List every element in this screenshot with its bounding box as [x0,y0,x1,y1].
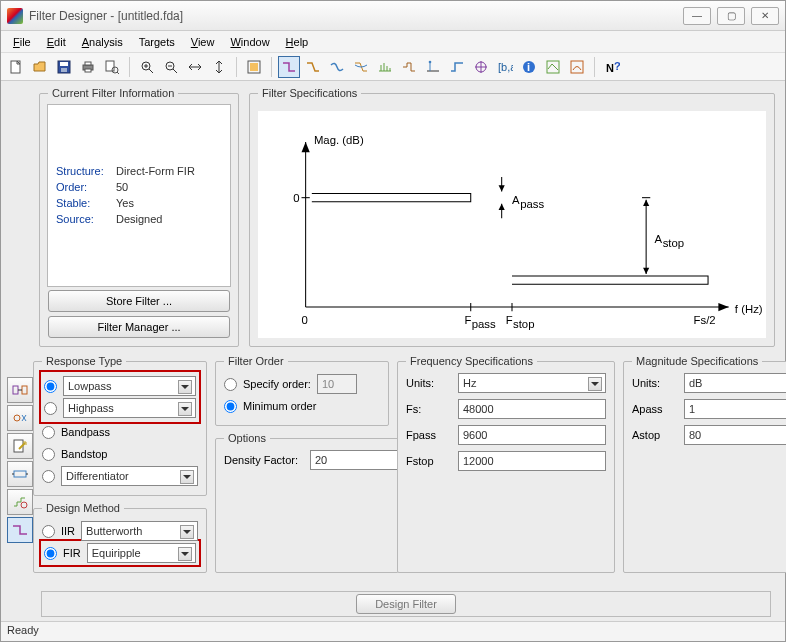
menu-edit[interactable]: Edit [41,34,72,50]
magnitude-spec-legend: Magnitude Specifications [632,355,762,367]
astop-input[interactable] [684,425,786,445]
freq-units-select[interactable]: Hz [458,373,606,393]
svg-line-9 [117,72,119,74]
save-icon[interactable] [53,56,75,78]
highpass-select[interactable]: Highpass [63,398,196,418]
design-method-panel: Design Method IIRButterworth FIREquiripp… [33,502,207,573]
svg-text:pass: pass [520,198,544,210]
print-icon[interactable] [77,56,99,78]
options-legend: Options [224,432,270,444]
differentiator-select[interactable]: Differentiator [61,466,198,486]
svg-text:f (Hz): f (Hz) [735,303,763,315]
print-preview-icon[interactable] [101,56,123,78]
side-design-icon[interactable] [7,517,33,543]
apass-input[interactable] [684,399,786,419]
menu-analysis[interactable]: Analysis [76,34,129,50]
bandstop-label: Bandstop [61,448,107,460]
design-filter-button[interactable]: Design Filter [356,594,456,614]
menu-help[interactable]: Help [280,34,315,50]
fstop-input[interactable] [458,451,606,471]
svg-rect-3 [61,68,67,72]
fir-label: FIR [63,547,81,559]
side-polezero-icon[interactable] [7,405,33,431]
filter-spec-panel: Filter Specifications Mag. (dB) 0 Fpass [249,87,775,347]
density-factor-label: Density Factor: [224,454,304,466]
svg-text:i: i [527,61,530,73]
svg-rect-30 [547,61,559,73]
round-off-icon[interactable] [566,56,588,78]
menu-targets[interactable]: Targets [133,34,181,50]
filter-order-panel: Filter Order Specify order: Minimum orde… [215,355,389,426]
svg-text:pass: pass [472,318,496,330]
svg-text:stop: stop [513,318,534,330]
phase-response-icon[interactable] [326,56,348,78]
mag-response-icon[interactable] [302,56,324,78]
bandpass-radio[interactable] [42,426,55,439]
filter-order-legend: Filter Order [224,355,288,367]
help-icon[interactable]: N? [601,56,623,78]
magnitude-spec-panel: Magnitude Specifications Units:dB Apass … [623,355,786,573]
group-delay-icon[interactable] [374,56,396,78]
svg-text:0: 0 [302,314,308,326]
side-multirate-icon[interactable] [7,461,33,487]
menu-view[interactable]: View [185,34,221,50]
svg-rect-2 [60,62,68,66]
iir-radio[interactable] [42,525,55,538]
freq-units-label: Units: [406,377,452,389]
step-response-icon[interactable] [446,56,468,78]
minimize-button[interactable]: — [683,7,711,25]
svg-text:F: F [465,314,472,326]
zoom-y-icon[interactable] [208,56,230,78]
impulse-response-icon[interactable] [422,56,444,78]
magnitude-estimate-icon[interactable] [542,56,564,78]
new-icon[interactable] [5,56,27,78]
menu-file[interactable]: File [7,34,37,50]
specify-order-radio[interactable] [224,378,237,391]
fir-radio[interactable] [44,547,57,560]
svg-text:?: ? [614,60,620,72]
fir-select[interactable]: Equiripple [87,543,196,563]
bandpass-label: Bandpass [61,426,110,438]
iir-select[interactable]: Butterworth [81,521,198,541]
side-realize-icon[interactable] [7,377,33,403]
svg-point-23 [429,60,432,63]
phase-delay-icon[interactable] [398,56,420,78]
menu-window[interactable]: Window [224,34,275,50]
side-quantize-icon[interactable] [7,489,33,515]
svg-text:F: F [506,314,513,326]
lowpass-radio[interactable] [44,380,57,393]
frequency-spec-panel: Frequency Specifications Units:Hz Fs: Fp… [397,355,615,573]
maximize-button[interactable]: ▢ [717,7,745,25]
svg-line-11 [149,69,153,73]
mag-phase-icon[interactable] [350,56,372,78]
fs-input[interactable] [458,399,606,419]
zoom-in-icon[interactable] [136,56,158,78]
polezero-icon[interactable] [470,56,492,78]
order-value: 50 [116,181,128,193]
design-method-legend: Design Method [42,502,124,514]
svg-text:Mag. (dB): Mag. (dB) [314,134,364,146]
info-icon[interactable]: i [518,56,540,78]
close-button[interactable]: ✕ [751,7,779,25]
side-import-icon[interactable] [7,433,33,459]
full-view-icon[interactable] [243,56,265,78]
structure-value: Direct-Form FIR [116,165,195,177]
store-filter-button[interactable]: Store Filter ... [48,290,230,312]
lowpass-select[interactable]: Lowpass [63,376,196,396]
svg-text:A: A [512,194,520,206]
stable-value: Yes [116,197,134,209]
highpass-radio[interactable] [44,402,57,415]
toolbar: [b,a] i N? [1,53,785,81]
differentiator-radio[interactable] [42,470,55,483]
open-icon[interactable] [29,56,51,78]
zoom-out-icon[interactable] [160,56,182,78]
bandstop-radio[interactable] [42,448,55,461]
svg-rect-6 [85,69,91,72]
filter-spec-icon[interactable] [278,56,300,78]
mag-units-select[interactable]: dB [684,373,786,393]
coefficients-icon[interactable]: [b,a] [494,56,516,78]
zoom-x-icon[interactable] [184,56,206,78]
filter-manager-button[interactable]: Filter Manager ... [48,316,230,338]
fpass-input[interactable] [458,425,606,445]
minimum-order-radio[interactable] [224,400,237,413]
